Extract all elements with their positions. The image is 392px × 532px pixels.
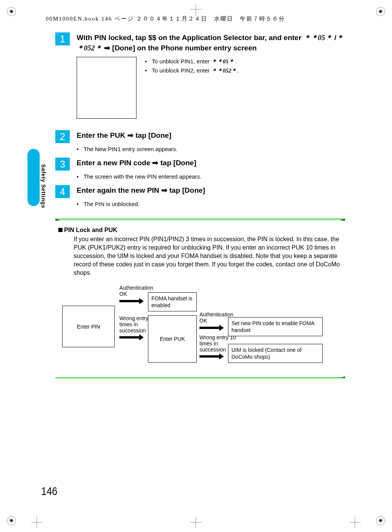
step-4-bullet-text: The PIN is unblocked. [84, 200, 140, 208]
crop-mark-tr [376, 7, 385, 16]
divider-top [55, 219, 345, 221]
step-2-number: 2 [55, 130, 70, 143]
print-header-line: 00M1000EN.book 146 ページ ２００４年１１月２４日 水曜日 午… [46, 15, 285, 23]
step-4-bullet: • The PIN is unblocked. [77, 200, 345, 208]
page-number: 146 [41, 485, 58, 498]
crop-mark-br [376, 516, 385, 525]
cross-mark-bot [190, 517, 202, 528]
crop-mark-tl [7, 7, 16, 16]
step-1-b2-prefix: To unblock PIN2, enter [152, 67, 211, 74]
step-1-bullet-1: • To unblock PIN1, enter ＊＊05＊ . [145, 58, 239, 65]
step-2-bullet: • The New PIN1 entry screen appears. [77, 145, 345, 153]
step-3-heading: Enter a new PIN code ➡ tap [Done] [77, 158, 345, 168]
bullet-dot-icon: • [77, 173, 84, 181]
step-1: 1 With PIN locked, tap $$ on the Applica… [40, 32, 345, 119]
arrow-right-icon [119, 336, 139, 339]
step-1-b1-suffix: . [234, 58, 237, 64]
pin-puk-flow-diagram: Enter PIN Authentication OK Wrong entry … [62, 285, 345, 374]
diagram-box-enter-pin: Enter PIN [62, 306, 115, 347]
cross-mark-top [190, 4, 202, 15]
arrow-right-icon [119, 300, 139, 302]
step-1-bullet-2: • To unblock PIN2, enter ＊＊052＊. [145, 67, 239, 74]
step-1-number: 1 [55, 32, 70, 45]
step-3: 3 Enter a new PIN code ➡ tap [Done] • Th… [40, 158, 345, 181]
crop-mark-bl [7, 516, 16, 525]
bullet-dot-icon: • [145, 67, 152, 74]
step-1-b1-prefix: To unblock PIN1, enter [152, 58, 211, 64]
diagram-box-uim-locked: UIM is locked (Contact one of DoCoMo sho… [228, 344, 323, 363]
arrow-right-icon [199, 355, 219, 358]
bullet-dot-icon: • [77, 200, 84, 208]
step-1-heading: With PIN locked, tap $$ on the Applicati… [77, 32, 345, 53]
step-1-b1-code: ＊＊05＊ [211, 58, 234, 64]
step-4-number: 4 [55, 185, 70, 198]
step-3-bullet: • The screen with the new PIN entered ap… [77, 173, 345, 181]
cross-mark-br [349, 517, 361, 528]
diagram-box-set-new-pin: Set new PIN code to enable FOMA handset [228, 317, 323, 336]
step-2: 2 Enter the PUK ➡ tap [Done] • The New P… [40, 130, 345, 153]
step-1-sep: / [333, 34, 337, 42]
step-3-number: 3 [55, 158, 70, 171]
step-3-bullet-text: The screen with the new PIN entered appe… [84, 173, 201, 181]
step-2-bullet-text: The New PIN1 entry screen appears. [84, 145, 178, 153]
square-bullet-icon [58, 228, 63, 232]
side-tab-accent [27, 149, 40, 206]
diagram-box-enter-puk: Enter PUK [148, 315, 197, 363]
bullet-dot-icon: • [77, 145, 84, 153]
divider-bottom [55, 377, 345, 378]
step-1-screenshot [77, 57, 137, 119]
step-4-heading: Enter again the new PIN ➡ tap [Done] [77, 185, 345, 195]
step-1-code-1: ＊＊05＊ [304, 34, 333, 42]
info-heading-text: PIN Lock and PUK [64, 227, 117, 233]
step-2-heading: Enter the PUK ➡ tap [Done] [77, 130, 345, 140]
step-1-b2-code: ＊＊052＊ [211, 68, 237, 74]
step-4: 4 Enter again the new PIN ➡ tap [Done] •… [40, 185, 345, 208]
diagram-box-foma-enabled: FOMA handset is enabled [148, 292, 197, 311]
arrow-right-icon [199, 327, 219, 329]
step-1-head-text-a: With PIN locked, tap $$ on the Applicati… [77, 34, 304, 42]
step-1-b2-suffix: . [237, 67, 238, 74]
info-heading: PIN Lock and PUK [58, 227, 345, 234]
step-1-head-text-b: ➡ [Done] on the Phone number entry scree… [102, 44, 257, 52]
bullet-dot-icon: • [145, 58, 152, 65]
info-paragraph: If you enter an incorrect PIN (PIN1/PIN2… [74, 235, 344, 277]
cross-mark-bl [31, 517, 43, 528]
